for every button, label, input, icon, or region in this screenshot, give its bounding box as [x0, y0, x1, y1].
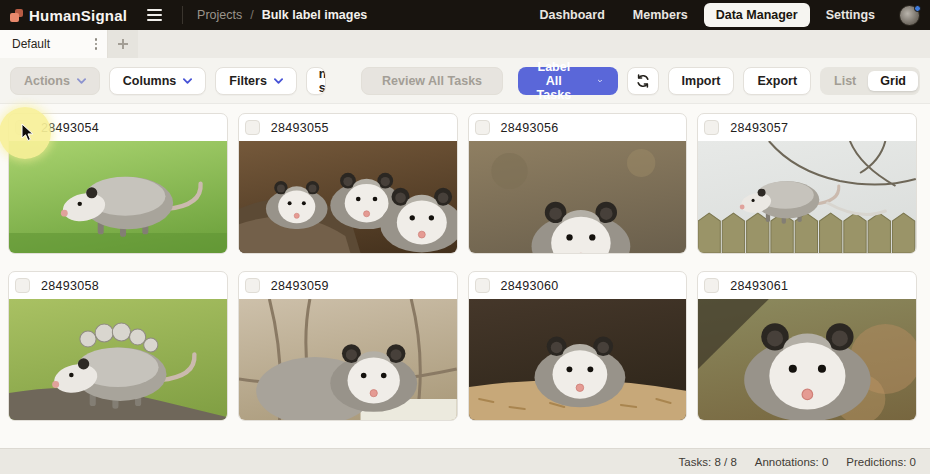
- nav-data-manager[interactable]: Data Manager: [704, 3, 810, 27]
- plus-icon: [117, 38, 129, 50]
- avatar[interactable]: [899, 5, 920, 26]
- toolbar-right-group: Import Export List Grid: [627, 67, 920, 95]
- task-card[interactable]: 28493056: [468, 113, 688, 254]
- refresh-button[interactable]: [627, 67, 659, 95]
- label-all-label: Label All Tasks: [534, 60, 574, 102]
- breadcrumb: Projects / Bulk label images: [197, 8, 367, 22]
- hamburger-menu-icon[interactable]: [141, 5, 168, 25]
- tab-default[interactable]: Default: [0, 30, 108, 58]
- task-id: 28493061: [730, 279, 788, 293]
- task-card[interactable]: 28493061: [697, 271, 917, 421]
- brand-logo[interactable]: HumanSignal: [10, 7, 127, 24]
- export-button[interactable]: Export: [743, 67, 811, 95]
- task-checkbox[interactable]: [245, 278, 260, 293]
- chevron-down-icon: [183, 78, 192, 84]
- breadcrumb-current-page: Bulk label images: [262, 8, 368, 22]
- nav-dashboard[interactable]: Dashboard: [528, 3, 617, 27]
- view-grid-button[interactable]: Grid: [868, 71, 918, 91]
- task-grid-view: 28493054 28493055: [0, 104, 930, 421]
- tasks-count: Tasks: 8 / 8: [679, 456, 737, 468]
- refresh-arrows-icon: [636, 74, 650, 88]
- task-checkbox[interactable]: [704, 278, 719, 293]
- view-list-button[interactable]: List: [822, 71, 868, 91]
- task-id: 28493054: [41, 121, 99, 135]
- task-id: 28493055: [271, 121, 329, 135]
- card-header: 28493061: [698, 272, 916, 299]
- card-header: 28493056: [469, 114, 687, 141]
- task-image: [698, 141, 916, 253]
- top-navigation: Dashboard Members Data Manager Settings: [528, 3, 920, 27]
- task-card[interactable]: 28493054: [8, 113, 228, 254]
- task-card[interactable]: 28493057: [697, 113, 917, 254]
- view-tab-bar: Default: [0, 30, 930, 58]
- online-dot-icon: [914, 5, 921, 12]
- view-mode-toggle: List Grid: [820, 67, 920, 95]
- card-header: 28493057: [698, 114, 916, 141]
- task-id: 28493058: [41, 279, 99, 293]
- data-manager-toolbar: Actions Columns Filters not set Review A…: [0, 58, 930, 104]
- card-header: 28493055: [239, 114, 457, 141]
- card-header: 28493058: [9, 272, 227, 299]
- top-bar: HumanSignal Projects / Bulk label images…: [0, 0, 930, 30]
- task-image: [9, 299, 227, 420]
- task-checkbox[interactable]: [15, 278, 30, 293]
- columns-dropdown[interactable]: Columns: [109, 67, 206, 95]
- columns-label: Columns: [123, 74, 176, 88]
- import-label: Import: [682, 74, 721, 88]
- mouse-cursor-icon: [21, 123, 34, 142]
- card-header: 28493054: [9, 114, 227, 141]
- review-all-tasks-button[interactable]: Review All Tasks: [361, 67, 503, 95]
- humansignal-logo-icon: [10, 9, 23, 22]
- brand-name: HumanSignal: [29, 7, 127, 24]
- task-grid: 28493054 28493055: [8, 113, 917, 421]
- task-id: 28493056: [501, 121, 559, 135]
- task-image: [469, 299, 687, 420]
- card-header: 28493060: [469, 272, 687, 299]
- annotations-count: Annotations: 0: [755, 456, 829, 468]
- breadcrumb-projects[interactable]: Projects: [197, 8, 242, 22]
- task-id: 28493057: [730, 121, 788, 135]
- kebab-vertical-icon[interactable]: [91, 34, 102, 54]
- task-id: 28493060: [501, 279, 559, 293]
- breadcrumb-separator: /: [250, 8, 253, 22]
- task-image: [239, 141, 457, 253]
- ordering-control: not set: [306, 67, 326, 95]
- task-checkbox[interactable]: [475, 120, 490, 135]
- nav-members[interactable]: Members: [621, 3, 700, 27]
- actions-label: Actions: [24, 74, 70, 88]
- task-image: [698, 299, 916, 420]
- nav-settings[interactable]: Settings: [814, 3, 887, 27]
- filters-dropdown[interactable]: Filters: [215, 67, 297, 95]
- task-image: [469, 141, 687, 253]
- review-all-label: Review All Tasks: [382, 74, 482, 88]
- task-checkbox[interactable]: [475, 278, 490, 293]
- chevron-down-icon: [77, 78, 86, 84]
- task-card[interactable]: 28493058: [8, 271, 228, 421]
- import-button[interactable]: Import: [668, 67, 735, 95]
- label-all-tasks-button[interactable]: Label All Tasks: [518, 67, 618, 95]
- add-tab-button[interactable]: [108, 30, 138, 58]
- task-id: 28493059: [271, 279, 329, 293]
- topbar-divider: [182, 6, 183, 24]
- chevron-down-icon: [274, 78, 283, 84]
- task-card[interactable]: 28493060: [468, 271, 688, 421]
- task-checkbox[interactable]: [704, 120, 719, 135]
- filters-label: Filters: [229, 74, 267, 88]
- actions-dropdown[interactable]: Actions: [10, 67, 100, 95]
- status-bar: Tasks: 8 / 8 Annotations: 0 Predictions:…: [0, 448, 930, 474]
- task-checkbox[interactable]: [245, 120, 260, 135]
- task-image: [9, 141, 227, 253]
- chevron-down-icon: [598, 78, 602, 84]
- task-card[interactable]: 28493055: [238, 113, 458, 254]
- tab-label: Default: [12, 37, 50, 51]
- predictions-count: Predictions: 0: [846, 456, 916, 468]
- card-header: 28493059: [239, 272, 457, 299]
- ordering-value[interactable]: not set: [307, 68, 326, 94]
- export-label: Export: [757, 74, 797, 88]
- task-image: [239, 299, 457, 420]
- task-card[interactable]: 28493059: [238, 271, 458, 421]
